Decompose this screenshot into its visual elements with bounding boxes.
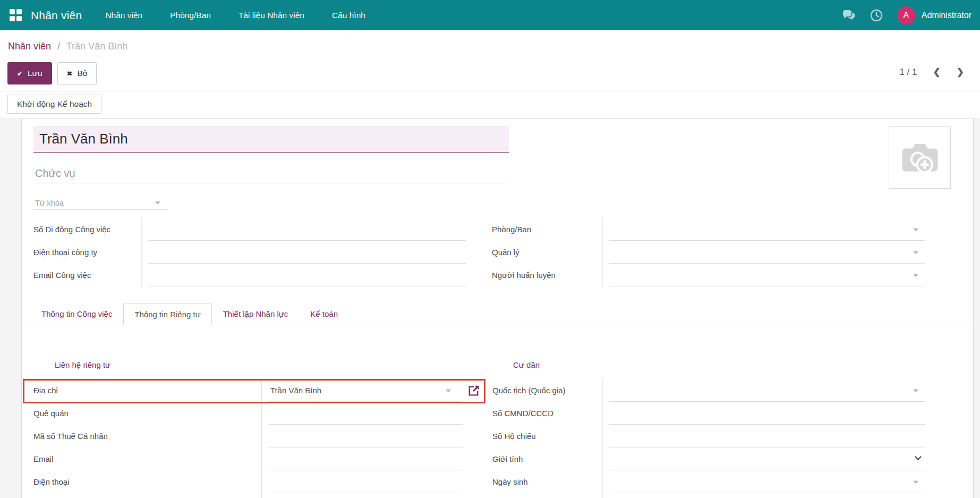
job-position-input[interactable]: Chức vụ: [33, 164, 509, 183]
pager-previous-icon[interactable]: ❮: [933, 66, 941, 78]
field-label: Địa chỉ: [33, 386, 261, 395]
field-label: Quốc tịch (Quốc gia): [492, 386, 602, 395]
field-label: Email: [33, 454, 261, 463]
field-row-private-phone: Điện thoại: [33, 470, 463, 493]
save-button-label: Lưu: [28, 69, 42, 78]
employee-photo-upload[interactable]: [889, 126, 951, 189]
chevron-down-icon[interactable]: [446, 389, 451, 392]
field-label: Email Công việc: [33, 271, 141, 280]
field-row-manager: Quản lý: [492, 241, 925, 264]
select-chevron-icon[interactable]: [915, 453, 922, 460]
main-menu: Nhân viên Phòng/Ban Tài liệu Nhân viên C…: [105, 11, 365, 20]
tab-private-information[interactable]: Thông tin Riêng tư: [123, 303, 211, 325]
work-phone-input[interactable]: [141, 241, 466, 264]
check-icon: ✔: [17, 70, 23, 78]
field-row-work-phone: Điện thoại công ty: [33, 241, 466, 264]
work-mobile-input[interactable]: [141, 218, 466, 241]
top-navbar: Nhân viên Nhân viên Phòng/Ban Tài liệu N…: [0, 0, 980, 30]
private-email-input[interactable]: [261, 448, 463, 470]
tags-placeholder: Từ khóa: [35, 199, 64, 207]
field-label: Số Di động Công việc: [33, 225, 141, 234]
user-menu[interactable]: A Administrator: [897, 6, 972, 24]
apps-menu-button[interactable]: [0, 0, 31, 30]
field-label: Quản lý: [492, 248, 602, 257]
user-avatar: A: [897, 6, 915, 24]
place-of-birth-input[interactable]: [261, 402, 463, 425]
menu-item-configuration[interactable]: Cấu hình: [332, 11, 365, 20]
launch-plan-button[interactable]: Khởi động Kế hoạch: [7, 95, 101, 114]
form-statusbar: Khởi động Kế hoạch: [0, 91, 980, 118]
nationality-select[interactable]: [602, 379, 925, 402]
pager-next-icon[interactable]: ❯: [957, 66, 964, 78]
field-label: Mã số Thuế Cá nhân: [33, 432, 261, 441]
external-link-icon[interactable]: [466, 384, 481, 398]
gender-select[interactable]: [602, 448, 925, 470]
citizenship-section-title: Cư dân: [513, 360, 540, 369]
activity-clock-icon[interactable]: [870, 9, 883, 22]
tags-input[interactable]: Từ khóa: [33, 196, 168, 210]
chat-bubbles-icon[interactable]: [842, 9, 856, 22]
employee-name-input[interactable]: Trần Văn Bình: [33, 126, 509, 153]
chevron-down-icon[interactable]: [913, 274, 918, 277]
personal-tax-code-input[interactable]: [261, 425, 463, 448]
coach-select[interactable]: [602, 264, 925, 286]
field-row-personal-tax-code: Mã số Thuế Cá nhân: [33, 425, 463, 448]
breadcrumb-root-link[interactable]: Nhân viên: [8, 41, 51, 52]
menu-item-employees[interactable]: Nhân viên: [105, 11, 142, 20]
field-label: Người huấn luyện: [492, 271, 602, 280]
navbar-right: A Administrator: [842, 6, 980, 24]
citizenship-group: Quốc tịch (Quốc gia) Số CMND/CCCD Số Hộ …: [492, 379, 925, 493]
field-row-place-of-birth: Quê quán: [33, 402, 463, 425]
pager-count: 1 / 1: [899, 67, 917, 78]
discard-button[interactable]: ✖ Bỏ: [57, 62, 97, 85]
chevron-down-icon[interactable]: [913, 389, 918, 392]
work-email-input[interactable]: [141, 264, 466, 286]
private-contact-group: Địa chỉ Trần Văn Bình Quê quán Mã số Thu…: [33, 379, 463, 493]
passport-input[interactable]: [602, 425, 925, 448]
field-label: Điện thoại: [33, 477, 261, 486]
chevron-down-icon[interactable]: [155, 201, 160, 205]
field-label: Số Hộ chiếu: [492, 432, 602, 441]
apps-grid-icon: [10, 9, 22, 21]
field-row-gender: Giới tính: [492, 448, 925, 470]
department-select[interactable]: [602, 218, 925, 241]
manager-select[interactable]: [602, 241, 925, 264]
user-name: Administrator: [922, 11, 972, 20]
breadcrumb: Nhân viên / Trần Văn Bình: [8, 41, 127, 52]
id-number-input[interactable]: [602, 402, 925, 425]
field-row-work-mobile: Số Di động Công việc: [33, 218, 466, 241]
field-row-id-number: Số CMND/CCCD: [492, 402, 925, 425]
control-panel: Nhân viên / Trần Văn Bình ✔ Lưu ✖ Bỏ 1 /…: [0, 30, 980, 91]
menu-item-employee-documents[interactable]: Tài liệu Nhân viên: [238, 11, 304, 20]
content-area: Trần Văn Bình Chức vụ Từ khóa Số D: [0, 118, 980, 498]
discard-button-label: Bỏ: [77, 69, 87, 78]
tab-accounting[interactable]: Kế toán: [299, 303, 349, 325]
odoo-employee-form-screen: Nhân viên Nhân viên Phòng/Ban Tài liệu N…: [0, 0, 980, 498]
menu-item-departments[interactable]: Phòng/Ban: [170, 11, 211, 20]
field-label: Ngày sinh: [492, 477, 602, 486]
field-row-department: Phòng/Ban: [492, 218, 925, 241]
tab-work-information[interactable]: Thông tin Công việc: [30, 303, 123, 325]
record-pager: 1 / 1 ❮ ❯: [899, 66, 964, 78]
field-row-coach: Người huấn luyện: [492, 264, 925, 286]
address-select[interactable]: Trần Văn Bình: [261, 379, 463, 402]
breadcrumb-current: Trần Văn Bình: [66, 41, 127, 52]
work-org-group: Phòng/Ban Quản lý Người huấn luyện: [492, 218, 925, 286]
tab-hr-settings[interactable]: Thiết lập Nhân lực: [212, 303, 300, 325]
field-label: Giới tính: [492, 454, 602, 463]
chevron-down-icon[interactable]: [913, 228, 918, 231]
form-sheet: Trần Văn Bình Chức vụ Từ khóa Số D: [21, 118, 974, 498]
field-row-address: Địa chỉ Trần Văn Bình: [33, 379, 463, 402]
save-button[interactable]: ✔ Lưu: [7, 62, 52, 85]
field-label: Số CMND/CCCD: [492, 409, 602, 418]
x-icon: ✖: [67, 70, 73, 78]
work-contact-group: Số Di động Công việc Điện thoại công ty …: [33, 218, 466, 286]
private-phone-input[interactable]: [261, 470, 463, 493]
chevron-down-icon[interactable]: [913, 251, 918, 254]
field-label: Quê quán: [33, 409, 261, 418]
chevron-down-icon[interactable]: [913, 480, 918, 484]
form-buttons: ✔ Lưu ✖ Bỏ: [7, 62, 97, 85]
field-label: Phòng/Ban: [492, 225, 602, 234]
notebook-tabs: Thông tin Công việc Thông tin Riêng tư T…: [22, 303, 973, 325]
date-of-birth-input[interactable]: [602, 470, 925, 493]
